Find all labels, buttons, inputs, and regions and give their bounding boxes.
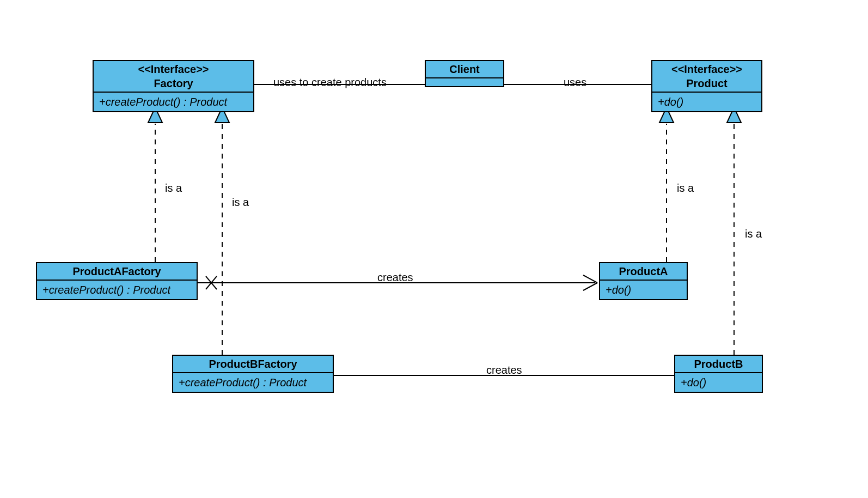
label-creates-a: creates [377,271,413,284]
class-name: Product [657,76,757,90]
class-product-header: <<Interface>> Product [652,61,761,93]
class-client-body [426,78,503,86]
label-creates-b: creates [486,364,522,376]
class-product: <<Interface>> Product +do() [651,60,762,112]
class-factory: <<Interface>> Factory +createProduct() :… [93,60,254,112]
stereotype-label: <<Interface>> [657,62,757,76]
class-product-method: +do() [652,93,761,111]
label-is-a-factory-b: is a [232,196,249,209]
class-product-a-factory-header: ProductAFactory [37,263,197,281]
class-product-b-factory-method: +createProduct() : Product [173,373,333,392]
class-product-b-factory: ProductBFactory +createProduct() : Produ… [172,355,334,393]
class-factory-header: <<Interface>> Factory [94,61,253,93]
class-factory-method: +createProduct() : Product [94,93,253,111]
class-product-b-header: ProductB [675,356,762,373]
class-product-a-factory-method: +createProduct() : Product [37,281,197,299]
class-product-b-method: +do() [675,373,762,392]
label-is-a-product-a: is a [677,182,694,195]
class-client-header: Client [426,61,503,78]
class-client: Client [425,60,504,87]
label-is-a-factory-a: is a [165,182,182,195]
svg-line-14 [583,283,597,290]
label-uses-create: uses to create products [273,76,387,89]
class-name: Factory [98,76,249,90]
uml-canvas: <<Interface>> Factory +createProduct() :… [0,0,868,498]
class-product-a-method: +do() [600,281,687,299]
stereotype-label: <<Interface>> [98,62,249,76]
class-product-b-factory-header: ProductBFactory [173,356,333,373]
class-product-a-header: ProductA [600,263,687,281]
label-uses: uses [564,76,586,89]
svg-line-13 [583,275,597,283]
label-is-a-product-b: is a [745,228,762,240]
class-product-a-factory: ProductAFactory +createProduct() : Produ… [36,262,198,300]
class-product-b: ProductB +do() [674,355,763,393]
class-product-a: ProductA +do() [599,262,688,300]
